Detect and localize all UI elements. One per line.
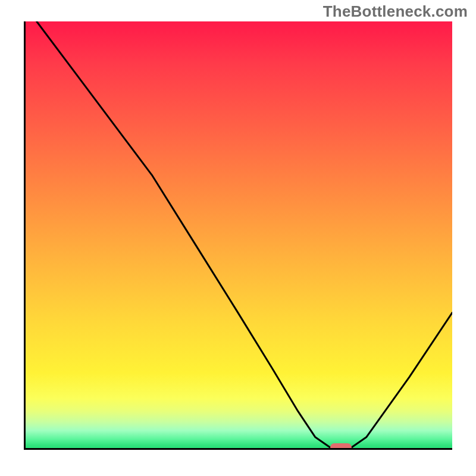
- chart-frame: TheBottleneck.com: [0, 0, 476, 476]
- bottleneck-curve: [24, 21, 452, 450]
- attribution-watermark: TheBottleneck.com: [323, 2, 468, 21]
- optimum-marker: [330, 443, 352, 450]
- plot-area: [24, 21, 452, 450]
